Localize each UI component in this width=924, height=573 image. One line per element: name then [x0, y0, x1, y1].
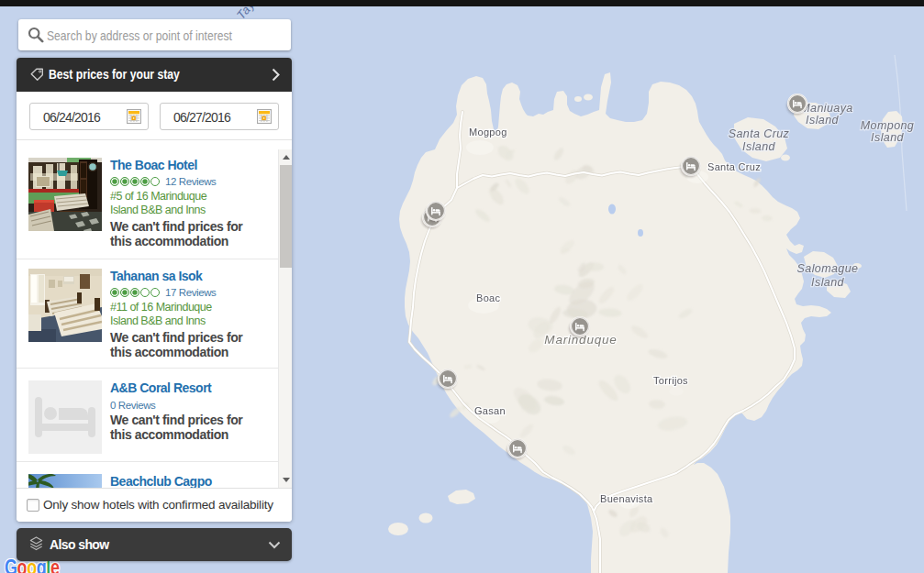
search-input[interactable]	[50, 19, 287, 52]
hotel-photo[interactable]	[28, 269, 102, 342]
svg-text:Island: Island	[811, 276, 844, 289]
hotel-photo[interactable]	[28, 474, 102, 488]
hotel-rank: #11 of 16 Marinduque Island B&B and Inns	[110, 301, 228, 328]
hotel-list: The Boac Hotel 12 Reviews #5 of 16 Marin…	[17, 140, 292, 488]
svg-text:Island: Island	[871, 131, 904, 144]
hotel-name-link[interactable]: Beachclub Cagpo	[110, 474, 279, 488]
hotel-marker[interactable]	[425, 202, 445, 222]
scrollbar-thumb[interactable]	[280, 165, 292, 268]
checkout-input[interactable]	[172, 104, 253, 131]
layers-icon	[29, 536, 43, 551]
checkin-field[interactable]	[29, 103, 149, 130]
hotel-photo-placeholder[interactable]	[28, 380, 102, 454]
svg-text:Island: Island	[742, 140, 775, 153]
hotel-name-link[interactable]: The Boac Hotel	[110, 158, 279, 172]
price-message: We can't find prices for this accommodat…	[110, 330, 266, 359]
hotel-marker[interactable]	[507, 439, 527, 459]
label-torrijos: Torrijos	[653, 375, 688, 386]
hotel-marker[interactable]	[680, 157, 700, 177]
label-boac: Boac	[476, 292, 500, 303]
hotel-info: Beachclub Cagpo	[110, 474, 279, 488]
list-scrollbar[interactable]	[278, 149, 292, 488]
checkin-input[interactable]	[41, 104, 123, 131]
svg-text:Mompong: Mompong	[861, 119, 914, 132]
search-box: Search by address or point of interest	[18, 19, 291, 50]
hotel-rank: #5 of 16 Marinduque Island B&B and Inns	[110, 190, 228, 217]
hotel-photo[interactable]	[28, 158, 102, 231]
calendar-icon[interactable]	[257, 109, 272, 124]
scrollbar-down-arrow[interactable]	[279, 472, 292, 488]
best-prices-panel: Best prices for your stay	[17, 58, 292, 522]
hotel-info: The Boac Hotel 12 Reviews #5 of 16 Marin…	[110, 158, 279, 248]
calendar-icon[interactable]	[127, 109, 141, 124]
rating-row: 12 Reviews	[110, 176, 279, 187]
also-show-bar[interactable]: Also show	[17, 528, 292, 561]
svg-text:Salomague: Salomague	[797, 262, 859, 275]
chevron-down-icon	[268, 541, 281, 549]
panel-title: Best prices for your stay	[49, 67, 180, 82]
hotel-card: The Boac Hotel 12 Reviews #5 of 16 Marin…	[17, 140, 292, 259]
date-range-section	[17, 92, 292, 140]
hotel-card: A&B Coral Resort 0 Reviews We can't find…	[17, 369, 292, 462]
availability-label: Only show hotels with confirmed availabi…	[43, 498, 273, 512]
reviews-link[interactable]: 17 Reviews	[165, 287, 216, 298]
price-message: We can't find prices for this accommodat…	[110, 219, 266, 248]
label-gasan: Gasan	[474, 405, 506, 416]
scrollbar-up-arrow[interactable]	[279, 149, 292, 165]
search-icon	[28, 27, 44, 43]
hotel-marker[interactable]	[786, 94, 807, 115]
hotel-card: Beachclub Cagpo	[17, 462, 292, 488]
svg-text:Santa Cruz: Santa Cruz	[729, 127, 790, 140]
hotel-info: A&B Coral Resort 0 Reviews We can't find…	[110, 380, 279, 442]
reviews-link[interactable]: 12 Reviews	[165, 176, 216, 187]
price-tag-icon	[30, 68, 44, 82]
label-buenavista: Buenavista	[600, 493, 653, 504]
tripadvisor-map-page: { "colors": { "water": "#c4d3ec", "land"…	[0, 0, 924, 573]
svg-text:Island: Island	[806, 114, 839, 127]
availability-filter-row[interactable]: Only show hotels with confirmed availabi…	[17, 488, 292, 522]
top-black-bar	[0, 0, 924, 6]
chevron-right-icon	[272, 68, 280, 82]
rating-bubbles	[110, 177, 161, 186]
google-letter: G	[5, 556, 17, 573]
availability-checkbox[interactable]	[27, 499, 39, 512]
hotel-info: Tahanan sa Isok 17 Reviews #11 of 16 Mar…	[110, 269, 279, 359]
hotel-marker[interactable]	[569, 317, 589, 337]
svg-text:Maniuaya: Maniuaya	[800, 102, 852, 115]
hotel-card: Tahanan sa Isok 17 Reviews #11 of 16 Mar…	[17, 259, 292, 369]
checkout-field[interactable]	[160, 103, 279, 130]
price-message: We can't find prices for this accommodat…	[110, 413, 266, 442]
label-santa-cruz: Santa Cruz	[707, 161, 761, 172]
rating-bubbles	[110, 288, 161, 297]
reviews-link[interactable]: 0 Reviews	[110, 400, 155, 411]
rating-row: 0 Reviews	[110, 400, 279, 411]
rating-row: 17 Reviews	[110, 287, 279, 298]
best-prices-header[interactable]: Best prices for your stay	[17, 58, 292, 92]
label-mogpog: Mogpog	[469, 127, 507, 138]
hotel-name-link[interactable]: A&B Coral Resort	[110, 380, 279, 395]
also-show-label: Also show	[50, 537, 109, 552]
hotel-name-link[interactable]: Tahanan sa Isok	[110, 269, 279, 283]
hotel-marker[interactable]	[437, 369, 457, 390]
